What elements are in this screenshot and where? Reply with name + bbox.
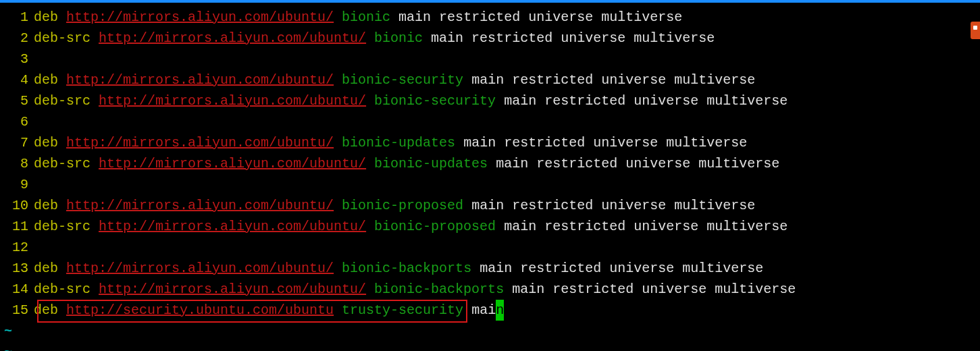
code-token: main restricted universe multiverse bbox=[496, 156, 779, 171]
code-token: bionic-proposed bbox=[334, 198, 471, 213]
line-number: 7 bbox=[0, 132, 34, 153]
code-token: deb-src bbox=[34, 219, 99, 234]
code-token: deb bbox=[34, 302, 66, 318]
code-token: main restricted universe multiverse bbox=[504, 93, 788, 109]
editor-line[interactable]: 15deb http://security.ubuntu.com/ubuntu … bbox=[0, 300, 980, 321]
line-content[interactable]: deb http://security.ubuntu.com/ubuntu tr… bbox=[34, 300, 504, 321]
code-token: http://mirrors.aliyun.com/ubuntu/ bbox=[99, 93, 366, 109]
code-token: bionic bbox=[366, 30, 431, 46]
line-number: 11 bbox=[0, 216, 34, 237]
editor-line[interactable]: 5deb-src http://mirrors.aliyun.com/ubunt… bbox=[0, 90, 980, 111]
code-token: deb-src bbox=[34, 156, 99, 171]
editor-line[interactable]: 13deb http://mirrors.aliyun.com/ubuntu/ … bbox=[0, 258, 980, 279]
code-token: bionic-updates bbox=[334, 135, 463, 151]
editor-line[interactable]: 3 bbox=[0, 49, 980, 70]
editor-line[interactable]: 6 bbox=[0, 111, 980, 132]
editor-line[interactable]: 4deb http://mirrors.aliyun.com/ubuntu/ b… bbox=[0, 70, 980, 90]
app-badge-icon bbox=[971, 22, 980, 39]
line-number: 10 bbox=[0, 195, 34, 216]
line-content[interactable]: deb http://mirrors.aliyun.com/ubuntu/ bi… bbox=[34, 70, 755, 90]
line-number: 4 bbox=[0, 70, 34, 90]
code-token: http://mirrors.aliyun.com/ubuntu/ bbox=[66, 135, 334, 151]
editor-line[interactable]: 12 bbox=[0, 237, 980, 258]
code-token: deb bbox=[34, 72, 66, 88]
line-content[interactable]: deb-src http://mirrors.aliyun.com/ubuntu… bbox=[34, 90, 788, 111]
code-token: deb-src bbox=[34, 93, 99, 109]
code-token: bionic-backports bbox=[334, 261, 480, 276]
code-token: bionic-security bbox=[334, 72, 471, 88]
code-token: main restricted universe multiverse bbox=[471, 72, 755, 88]
text-cursor: n bbox=[496, 300, 504, 321]
editor-line[interactable]: 7deb http://mirrors.aliyun.com/ubuntu/ b… bbox=[0, 132, 980, 153]
code-token: http://mirrors.aliyun.com/ubuntu/ bbox=[99, 30, 366, 46]
editor-line[interactable]: 8deb-src http://mirrors.aliyun.com/ubunt… bbox=[0, 153, 980, 174]
code-token: bionic bbox=[334, 9, 398, 25]
editor-line[interactable]: 10deb http://mirrors.aliyun.com/ubuntu/ … bbox=[0, 195, 980, 216]
line-number: 12 bbox=[0, 237, 34, 258]
code-token: http://mirrors.aliyun.com/ubuntu/ bbox=[99, 156, 366, 171]
code-token: bionic-proposed bbox=[366, 219, 504, 234]
code-token: deb bbox=[34, 9, 66, 25]
code-token: http://mirrors.aliyun.com/ubuntu/ bbox=[99, 281, 366, 297]
line-number: 2 bbox=[0, 28, 34, 49]
line-content[interactable]: deb http://mirrors.aliyun.com/ubuntu/ bi… bbox=[34, 7, 682, 28]
code-token: http://mirrors.aliyun.com/ubuntu/ bbox=[99, 219, 366, 234]
code-token: http://mirrors.aliyun.com/ubuntu/ bbox=[66, 261, 334, 276]
code-token: http://mirrors.aliyun.com/ubuntu/ bbox=[66, 9, 334, 25]
line-content[interactable]: deb http://mirrors.aliyun.com/ubuntu/ bi… bbox=[34, 132, 747, 153]
code-token: bionic-security bbox=[366, 93, 504, 109]
code-token: deb bbox=[34, 198, 66, 213]
code-token: main restricted universe multiverse bbox=[504, 219, 788, 234]
code-token: deb-src bbox=[34, 281, 99, 297]
line-number: 15 bbox=[0, 300, 34, 321]
code-token: trusty-security bbox=[334, 302, 471, 318]
line-number: 9 bbox=[0, 174, 34, 195]
line-content[interactable]: deb-src http://mirrors.aliyun.com/ubuntu… bbox=[34, 153, 779, 174]
line-number: 1 bbox=[0, 7, 34, 28]
line-content[interactable]: deb-src http://mirrors.aliyun.com/ubuntu… bbox=[34, 279, 796, 300]
code-token: mai bbox=[471, 302, 496, 318]
code-token: main restricted universe multiverse bbox=[480, 261, 763, 276]
code-token: http://mirrors.aliyun.com/ubuntu/ bbox=[66, 72, 334, 88]
editor-line[interactable]: 1deb http://mirrors.aliyun.com/ubuntu/ b… bbox=[0, 7, 980, 28]
line-number: 14 bbox=[0, 279, 34, 300]
editor-line[interactable]: 2deb-src http://mirrors.aliyun.com/ubunt… bbox=[0, 28, 980, 49]
line-number: 6 bbox=[0, 111, 34, 132]
code-token: http://mirrors.aliyun.com/ubuntu/ bbox=[66, 198, 334, 213]
line-number: 13 bbox=[0, 258, 34, 279]
code-token: deb bbox=[34, 261, 66, 276]
code-token: main restricted universe multiverse bbox=[471, 198, 755, 213]
code-token: main restricted universe multiverse bbox=[431, 30, 715, 46]
editor-line[interactable]: 11deb-src http://mirrors.aliyun.com/ubun… bbox=[0, 216, 980, 237]
line-number: 5 bbox=[0, 90, 34, 111]
editor-line[interactable]: 14deb-src http://mirrors.aliyun.com/ubun… bbox=[0, 279, 980, 300]
line-content[interactable]: deb http://mirrors.aliyun.com/ubuntu/ bi… bbox=[34, 195, 755, 216]
line-number: 3 bbox=[0, 49, 34, 70]
code-token: bionic-backports bbox=[366, 281, 512, 297]
line-number: 8 bbox=[0, 153, 34, 174]
code-token: bionic-updates bbox=[366, 156, 496, 171]
code-token: http://security.ubuntu.com/ubuntu bbox=[66, 302, 334, 318]
code-token: main restricted universe multiverse bbox=[512, 281, 796, 297]
empty-line-tilde: ~ bbox=[0, 321, 980, 342]
code-token: main restricted universe multiverse bbox=[398, 9, 682, 25]
code-token: deb-src bbox=[34, 30, 99, 46]
line-content[interactable]: deb http://mirrors.aliyun.com/ubuntu/ bi… bbox=[34, 258, 763, 279]
empty-line-tilde: ~ bbox=[0, 342, 980, 351]
line-content[interactable]: deb-src http://mirrors.aliyun.com/ubuntu… bbox=[34, 216, 788, 237]
editor-viewport[interactable]: 1deb http://mirrors.aliyun.com/ubuntu/ b… bbox=[0, 3, 980, 351]
line-content[interactable]: deb-src http://mirrors.aliyun.com/ubuntu… bbox=[34, 28, 715, 49]
code-token: main restricted universe multiverse bbox=[463, 135, 747, 151]
code-token: deb bbox=[34, 135, 66, 151]
editor-line[interactable]: 9 bbox=[0, 174, 980, 195]
